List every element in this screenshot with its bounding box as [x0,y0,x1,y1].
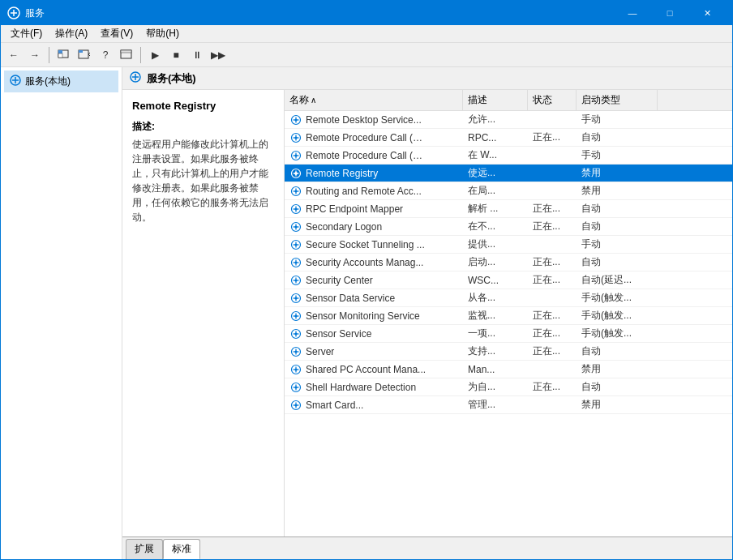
cell-startup: 禁用 [577,165,658,182]
table-row[interactable]: Remote Procedure Call (… 在 W... 手动 [285,147,732,165]
service-name-heading: Remote Registry [132,100,274,112]
service-icon [289,363,302,376]
cell-startup: 自动 [577,129,658,146]
table-row[interactable]: Secondary Logon 在不... 正在... 自动 [285,218,732,236]
sidebar-item-local-services[interactable]: 服务(本地) [4,71,118,92]
table-row[interactable]: Remote Procedure Call (… RPC... 正在... 自动 [285,129,732,147]
cell-desc: 在局... [463,182,528,199]
cell-desc: 允许... [463,111,528,128]
export-button[interactable] [117,45,136,65]
table-row[interactable]: Shell Hardware Detection 为自... 正在... 自动 [285,378,732,396]
cell-desc: RPC... [463,130,528,145]
table-row[interactable]: Routing and Remote Acc... 在局... 禁用 [285,182,732,200]
title-bar: 服务 — □ ✕ [1,1,732,25]
menu-action[interactable]: 操作(A) [49,25,94,42]
menu-file[interactable]: 文件(F) [4,25,49,42]
content-header: 服务(本地) [122,67,732,90]
svg-point-37 [295,190,298,192]
help-button[interactable]: ? [96,45,115,65]
header-startup[interactable]: 启动类型 [577,90,658,110]
cell-name: Sensor Data Service [285,290,463,306]
table-row[interactable]: Secure Socket Tunneling ... 提供... 手动 [285,236,732,254]
menu-bar: 文件(F) 操作(A) 查看(V) 帮助(H) [1,25,732,43]
close-button[interactable]: ✕ [688,1,726,25]
svg-point-53 [295,261,298,263]
table-row[interactable]: Shared PC Account Mana... Man... 禁用 [285,361,732,378]
maximize-button[interactable]: □ [651,1,688,25]
cell-desc: 监视... [463,307,528,324]
cell-desc: 在 W... [463,147,528,164]
window-controls: — □ ✕ [614,1,726,25]
menu-help[interactable]: 帮助(H) [139,25,186,42]
window-title: 服务 [25,6,614,20]
table-row[interactable]: Security Center WSC... 正在... 自动(延迟... [285,271,732,289]
cell-name: Secure Socket Tunneling ... [285,237,463,253]
service-icon [289,113,302,126]
up-button[interactable] [54,45,73,65]
forward-button[interactable]: → [25,45,45,65]
svg-point-77 [295,368,298,370]
cell-name: Remote Desktop Service... [285,112,463,128]
cell-name: Security Accounts Manag... [285,254,463,271]
tab-expand[interactable]: 扩展 [126,539,163,559]
header-name[interactable]: 名称 ∧ [285,90,463,110]
table-row[interactable]: Sensor Data Service 从各... 手动(触发... [285,289,732,307]
svg-rect-5 [58,53,62,58]
cell-name: Server [285,344,463,360]
minimize-button[interactable]: — [614,1,651,25]
table-row[interactable]: Sensor Service 一项... 正在... 手动(触发... [285,325,732,343]
cell-status: 正在... [528,200,577,217]
cell-status [528,154,577,157]
stop-button[interactable]: ■ [166,45,186,65]
cell-desc: WSC... [463,273,528,288]
svg-point-21 [295,118,298,121]
cell-startup: 自动 [577,378,658,395]
cell-desc: 一项... [463,325,528,342]
restart-button[interactable]: ▶▶ [208,45,228,65]
cell-name: RPC Endpoint Mapper [285,201,463,217]
cell-name: Smart Card... [285,397,463,413]
toolbar: ← → ? ▶ ■ ⏸ ▶▶ [1,43,732,67]
cell-status: 正在... [528,129,577,146]
table-row[interactable]: Server 支持... 正在... 自动 [285,343,732,361]
tab-standard[interactable]: 标准 [163,539,200,559]
menu-view[interactable]: 查看(V) [94,25,139,42]
cell-status [528,118,577,122]
desc-text: 使远程用户能修改此计算机上的注册表设置。如果此服务被终止，只有此计算机上的用户才… [132,137,274,224]
svg-point-45 [295,225,298,228]
table-row[interactable]: Remote Registry 使远... 禁用 [285,165,732,182]
cell-startup: 自动 [577,254,658,271]
back-button[interactable]: ← [4,45,24,65]
table-row[interactable]: Remote Desktop Service... 允许... 手动 [285,111,732,129]
pause-button[interactable]: ⏸ [187,45,207,65]
description-panel: Remote Registry 描述: 使远程用户能修改此计算机上的注册表设置。… [122,90,285,536]
refresh-button[interactable] [75,45,94,65]
start-button[interactable]: ▶ [145,45,165,65]
cell-desc: 解析 ... [463,200,528,217]
services-list[interactable]: 名称 ∧ 描述 状态 启动类型 [285,90,732,536]
table-row[interactable]: Sensor Monitoring Service 监视... 正在... 手动… [285,307,732,325]
service-icon [289,399,302,412]
cell-name: Security Center [285,272,463,289]
service-icon [289,345,302,358]
svg-point-73 [295,350,298,353]
svg-point-49 [295,243,298,246]
rows-container: Remote Desktop Service... 允许... 手动 Remot… [285,111,732,414]
svg-point-65 [295,314,298,317]
svg-point-25 [295,136,298,139]
service-icon [289,256,302,269]
cell-startup: 禁用 [577,361,658,378]
header-desc[interactable]: 描述 [463,90,528,110]
cell-status [528,190,577,193]
service-icon [289,203,302,216]
cell-status [528,297,577,300]
cell-name: Remote Procedure Call (… [285,147,463,164]
table-row[interactable]: Security Accounts Manag... 启动... 正在... 自… [285,254,732,271]
header-status[interactable]: 状态 [528,90,577,110]
table-row[interactable]: RPC Endpoint Mapper 解析 ... 正在... 自动 [285,200,732,218]
table-row[interactable]: Smart Card... 管理... 禁用 [285,396,732,414]
cell-name: Secondary Logon [285,219,463,235]
cell-name: Shared PC Account Mana... [285,361,463,378]
cell-desc: 使远... [463,165,528,182]
service-icon [289,185,302,198]
